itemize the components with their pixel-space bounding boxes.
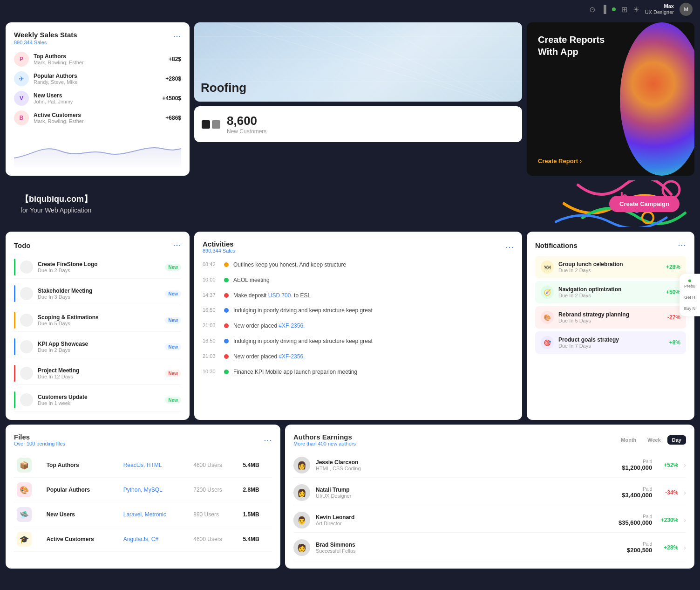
authors-title: Authors Earnings	[293, 433, 356, 441]
create-reports-title: Create ReportsWith App	[538, 34, 683, 58]
notifications-list: 🍽 Group lunch celebration Due In 2 Days …	[535, 256, 686, 354]
author-pct: +52%	[658, 462, 678, 468]
sidebar-preview: Prebu Get H Buy N	[680, 274, 700, 316]
nc-icons	[202, 120, 220, 129]
create-campaign-button[interactable]: Create Campaign	[609, 196, 680, 212]
notif-pct: +50%	[666, 289, 680, 295]
list-item: 16:50 Indulging in poorly driving and ke…	[203, 336, 514, 347]
campaign-title: 【biqubiqu.com】	[20, 193, 92, 205]
notif-pct: -27%	[667, 314, 680, 321]
author-chevron-icon[interactable]: ›	[684, 489, 686, 496]
files-title: Files	[14, 433, 65, 441]
files-table: 📦 Top Authors ReactJs, HTML 4600 Users 5…	[14, 453, 272, 552]
new-users-label: New Users	[34, 92, 158, 99]
sun-icon[interactable]: ☀	[633, 5, 639, 14]
avatar[interactable]: M	[680, 3, 693, 16]
search-icon[interactable]: ⊙	[589, 5, 595, 14]
list-item: 14:37 Make deposit USD 700. to ESL	[203, 290, 514, 302]
topbar: ⊙ ▐ ⊞ ☀ Max UX Designer M	[0, 0, 700, 19]
author-avatar: 👩	[293, 457, 310, 473]
notifications-menu[interactable]: ⋯	[678, 240, 686, 250]
author-pct: +28%	[658, 544, 678, 551]
new-users-val: +4500$	[163, 95, 181, 102]
roofing-card: Roofing	[194, 22, 522, 102]
tab-week[interactable]: Week	[643, 435, 666, 445]
list-item: 🧭 Navigation optimization Due In 2 Days …	[535, 281, 686, 303]
activities-title: Activities	[203, 240, 235, 248]
list-item: 🎯 Product goals strategy Due In 7 Days +…	[535, 331, 686, 354]
todo-menu[interactable]: ⋯	[173, 240, 181, 250]
todo-card: Todo ⋯ Create FireStone Logo Due In 2 Da…	[6, 232, 190, 420]
stat-item-popular-authors: ✈ Popular Authors Randy, Steve, Mike +28…	[14, 71, 181, 86]
bar-icon[interactable]: ▐	[601, 5, 606, 14]
row-1: Weekly Sales Stats 890,344 Sales ⋯ P Top…	[6, 22, 694, 176]
active-customers-label: Active Customers	[34, 112, 161, 118]
weekly-sales-title: Weekly Sales Stats	[14, 31, 181, 39]
campaign-subtitle: for Your Web Application	[20, 206, 92, 214]
weekly-sales-menu[interactable]: ⋯	[173, 31, 181, 41]
todo-badge: New	[165, 290, 181, 297]
list-item: Customers Update Due In 1 week New	[14, 389, 181, 412]
top-authors-icon: P	[14, 52, 29, 67]
active-customers-sub: Mark, Rowling, Esther	[34, 118, 161, 124]
activities-card: Activities 890,344 Sales ⋯ 08:42 Outline…	[194, 232, 522, 420]
stat-list: P Top Authors Mark, Rowling, Esther +82$…	[14, 52, 181, 125]
author-chevron-icon[interactable]: ›	[684, 461, 686, 469]
activities-list: 08:42 Outlines keep you honest. And keep…	[203, 259, 514, 377]
authors-sub: More than 400 new authors	[293, 441, 356, 446]
new-users-sub: John, Pat, Jimmy	[34, 99, 158, 104]
popular-authors-sub: Randy, Steve, Mike	[34, 79, 161, 85]
files-menu[interactable]: ⋯	[264, 435, 272, 445]
tab-month[interactable]: Month	[616, 435, 641, 445]
row-4: Files Over 100 pending files ⋯ 📦 Top Aut…	[6, 425, 694, 569]
author-chevron-icon[interactable]: ›	[684, 516, 686, 524]
file-icon: 🛸	[17, 507, 32, 522]
popular-authors-val: +280$	[165, 75, 181, 82]
file-icon: 📦	[17, 458, 32, 473]
todo-badge: New	[165, 397, 181, 404]
notifications-card: Notifications ⋯ 🍽 Group lunch celebratio…	[527, 232, 694, 420]
list-item: 🎨 Rebrand strategy planning Due In 5 Day…	[535, 306, 686, 329]
new-customers-card: 8,600 New Customers	[194, 106, 522, 142]
authors-list: 👩 Jessie Clarcson HTML, CSS Coding Paid …	[293, 453, 686, 560]
list-item: Scoping & Estimations Due In 5 Days New	[14, 309, 181, 332]
activities-sub: 890,344 Sales	[203, 248, 235, 254]
list-item: 🧑 Brad Simmons Successful Fellas Paid $2…	[293, 535, 686, 560]
notif-icon-goals: 🎯	[541, 336, 554, 349]
sidebar-geth[interactable]: Get H	[684, 295, 695, 300]
todo-badge: New	[165, 370, 181, 377]
author-chevron-icon[interactable]: ›	[684, 544, 686, 551]
list-item: 👨 Kevin Leonard Art Director Paid $35,60…	[293, 508, 686, 533]
sidebar-prebu[interactable]: Prebu	[684, 280, 695, 288]
notif-icon-nav: 🧭	[541, 286, 554, 299]
files-sub: Over 100 pending files	[14, 441, 65, 446]
list-item: Project Meeting Due In 12 Days New	[14, 362, 181, 385]
period-tabs: Month Week Day	[616, 435, 686, 445]
notif-pct: +8%	[669, 339, 680, 346]
notif-pct: +28%	[666, 264, 680, 270]
stat-item-new-users: V New Users John, Pat, Jimmy +4500$	[14, 91, 181, 106]
list-item: Create FireStone Logo Due In 2 Days New	[14, 256, 181, 279]
list-item: 08:42 Outlines keep you honest. And keep…	[203, 259, 514, 271]
popular-authors-label: Popular Authors	[34, 73, 161, 79]
row-3: Todo ⋯ Create FireStone Logo Due In 2 Da…	[6, 232, 694, 420]
list-item: 16:50 Indulging in poorly driving and ke…	[203, 305, 514, 316]
stat-item-top-authors: P Top Authors Mark, Rowling, Esther +82$	[14, 52, 181, 67]
file-icon: 🎓	[17, 532, 32, 547]
nc-icon-dark	[202, 120, 210, 129]
roofing-title: Roofing	[201, 81, 246, 95]
tab-day[interactable]: Day	[667, 435, 686, 445]
list-item: 👩 Natali Trump UI/UX Designer Paid $3,40…	[293, 480, 686, 505]
table-row: 🎓 Active Customers AngularJs, C# 4600 Us…	[14, 527, 272, 552]
grid-icon[interactable]: ⊞	[621, 5, 627, 14]
author-avatar: 🧑	[293, 539, 310, 556]
sidebar-buyn[interactable]: Buy N	[684, 306, 696, 311]
activities-menu[interactable]: ⋯	[505, 242, 514, 252]
table-row: 🎨 Popular Authors Python, MySQL 7200 Use…	[14, 478, 272, 502]
todo-list: Create FireStone Logo Due In 2 Days New …	[14, 256, 181, 412]
notif-icon-lunch: 🍽	[541, 261, 554, 274]
weekly-sales-sub: 890,344 Sales	[14, 40, 181, 45]
todo-badge: New	[165, 264, 181, 271]
notif-icon-rebrand: 🎨	[541, 311, 554, 324]
create-report-link[interactable]: Create Report ›	[538, 158, 683, 165]
